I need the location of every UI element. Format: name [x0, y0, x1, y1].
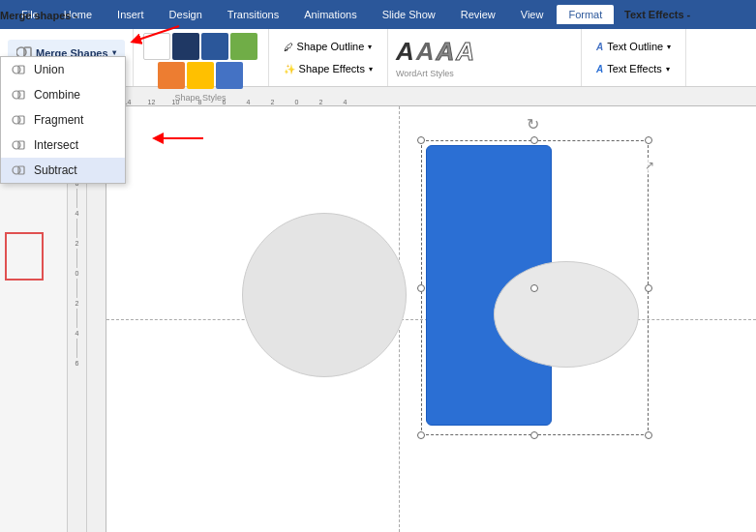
shape-effects-label: Shape Effects — [299, 63, 365, 74]
handle-mr[interactable] — [645, 284, 652, 292]
shape-effects-arrow: ▾ — [369, 65, 373, 74]
ruler-tick-v7: 6 — [76, 360, 79, 367]
ribbon-content: Merge Shapes ▾ Union Combine — [0, 29, 756, 87]
intersect-icon — [11, 137, 26, 153]
ruler-tick-mark5 — [76, 309, 77, 328]
wordart-a4[interactable]: A — [456, 37, 474, 67]
swatch-6[interactable] — [187, 62, 214, 89]
handle-br[interactable] — [645, 431, 652, 439]
shape-outline-button[interactable]: 🖊 Shape Outline ▾ — [277, 37, 379, 56]
dropdown-item-combine[interactable]: Combine — [1, 82, 125, 107]
handle-ml[interactable] — [417, 284, 425, 292]
tab-insert[interactable]: Insert — [106, 5, 156, 24]
svg-point-2 — [13, 66, 20, 74]
ribbon-tabs-bar: File Home Insert Design Transitions Anim… — [0, 0, 756, 29]
text-effects-button[interactable]: A Text Effects ▾ — [590, 59, 677, 78]
text-outline-label: Text Outline — [607, 41, 663, 52]
tab-view[interactable]: View — [509, 5, 556, 24]
ruler-tick-v2: 4 — [76, 210, 79, 217]
tab-transitions[interactable]: Transitions — [216, 5, 290, 24]
handle-mm[interactable] — [530, 284, 538, 292]
ruler-tick-v5: 2 — [76, 300, 79, 307]
shape-outline-section: 🖊 Shape Outline ▾ ✨ Shape Effects ▾ — [269, 29, 388, 86]
intersect-label: Intersect — [34, 138, 78, 152]
swatch-7[interactable] — [216, 62, 243, 89]
shape-outline-label: Shape Outline — [297, 41, 365, 52]
text-effects-arrow: ▾ — [666, 65, 670, 74]
tab-animations[interactable]: Animations — [292, 5, 368, 24]
ruler-n7: 4 — [236, 99, 260, 105]
subtract-icon — [11, 163, 26, 178]
wordart-a2[interactable]: A — [416, 37, 435, 67]
wordart-a3[interactable]: A — [436, 37, 454, 67]
dropdown-item-union[interactable]: Union — [1, 57, 125, 82]
tab-home[interactable]: Home — [52, 5, 104, 24]
swatch-4[interactable] — [230, 33, 257, 60]
ruler-n9: 0 — [285, 99, 309, 105]
ruler-tick-mark6 — [76, 339, 77, 358]
shape-effects-button[interactable]: ✨ Shape Effects ▾ — [277, 59, 379, 78]
ruler-tick-v6: 4 — [76, 330, 79, 337]
ruler-tick-v3: 2 — [76, 240, 79, 247]
wordart-a1[interactable]: A — [396, 37, 414, 67]
dropdown-item-subtract[interactable]: Subtract — [1, 158, 125, 183]
combine-icon — [11, 87, 26, 103]
tab-review[interactable]: Review — [449, 5, 507, 24]
shape-styles-label: Shape Styles — [175, 93, 227, 103]
merge-shapes-section: Merge Shapes ▾ Union Combine — [0, 29, 134, 86]
vertical-ruler: 6 4 2 0 2 4 6 — [67, 174, 86, 532]
tab-slideshow[interactable]: Slide Show — [371, 5, 447, 24]
fragment-label: Fragment — [34, 113, 83, 127]
subtract-label: Subtract — [34, 163, 77, 177]
swatch-5[interactable] — [158, 62, 185, 89]
ruler-tick-mark — [76, 189, 77, 208]
ruler-tick-mark2 — [76, 219, 77, 238]
shape-effects-icon: ✨ — [284, 64, 295, 74]
circle-shape[interactable] — [242, 213, 407, 377]
fragment-icon — [11, 112, 26, 128]
merge-shapes-dropdown: Union Combine Fragment Intersect — [0, 56, 126, 184]
shape-outline-arrow: ▾ — [368, 43, 372, 51]
tab-file[interactable]: File — [10, 5, 50, 24]
ruler-n3: 12 — [139, 99, 164, 105]
text-outline-button[interactable]: A Text Outline ▾ — [590, 37, 678, 56]
slide-shape-preview — [5, 232, 44, 281]
rotate-handle[interactable]: ↻ — [523, 114, 542, 133]
svg-point-4 — [13, 91, 20, 99]
text-outline-arrow: ▾ — [667, 43, 671, 51]
combine-label: Combine — [34, 88, 80, 102]
svg-point-8 — [13, 141, 20, 149]
resize-handle-corner[interactable]: ↗ — [643, 159, 656, 172]
tab-format[interactable]: Format — [557, 5, 614, 24]
text-effects-section: A Text Outline ▾ A Text Effects ▾ — [582, 29, 686, 86]
ruler-tick-mark3 — [76, 249, 77, 268]
swatch-3[interactable] — [201, 33, 228, 60]
ruler-n8: 2 — [260, 99, 285, 105]
dropdown-item-intersect[interactable]: Intersect — [1, 133, 125, 158]
dropdown-item-fragment[interactable]: Fragment — [1, 107, 125, 133]
svg-point-6 — [13, 116, 20, 124]
tab-design[interactable]: Design — [158, 5, 214, 24]
text-effects-label: Text Effects — [607, 63, 662, 74]
handle-bm[interactable] — [530, 431, 538, 439]
left-panel: 6 4 2 0 2 4 6 — [0, 174, 87, 532]
ruler-n11: 4 — [333, 99, 357, 105]
wordart-styles-label: WordArt Styles — [396, 69, 454, 78]
ruler-n10: 2 — [309, 99, 333, 105]
swatch-2[interactable] — [172, 33, 199, 60]
ruler-tick-mark4 — [76, 279, 77, 298]
swatch-1[interactable] — [143, 33, 170, 60]
white-canvas[interactable]: ↻ ↗ — [106, 106, 756, 532]
svg-point-10 — [13, 166, 20, 174]
handle-bl[interactable] — [417, 431, 425, 439]
handle-tm[interactable] — [530, 136, 538, 144]
handle-tr[interactable] — [645, 136, 652, 144]
shape-outline-icon: 🖊 — [284, 42, 293, 52]
union-icon — [11, 62, 26, 77]
right-ellipse-shape[interactable] — [494, 261, 639, 368]
handle-tl[interactable] — [417, 136, 425, 144]
wordart-letters-row: A A A A — [396, 37, 474, 67]
ruler-tick-v4: 0 — [76, 270, 79, 277]
text-effects-icon: A — [596, 64, 603, 74]
wordart-styles-section: A A A A WordArt Styles — [388, 29, 582, 86]
